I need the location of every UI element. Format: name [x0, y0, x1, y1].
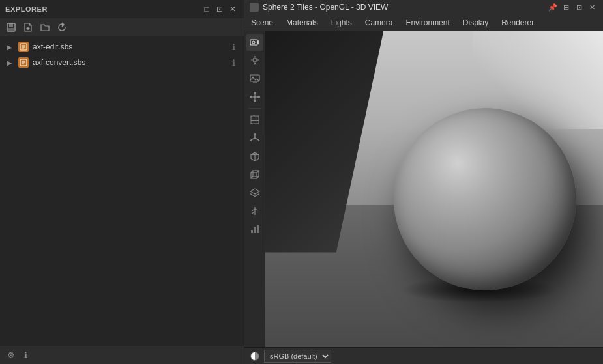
tree-tool-button[interactable]	[246, 203, 263, 219]
explorer-header: EXPLORER □ ⊡ ✕	[0, 0, 244, 18]
toolbar-separator	[248, 108, 261, 109]
menu-scene[interactable]: Scene	[244, 14, 280, 31]
svg-rect-33	[251, 116, 259, 124]
refresh-icon[interactable]	[55, 21, 69, 34]
explorer-header-left: EXPLORER	[5, 5, 48, 13]
svg-point-15	[252, 41, 255, 44]
file-name: axf-convert.sbs	[33, 58, 224, 67]
svg-marker-41	[254, 133, 256, 135]
menu-materials[interactable]: Materials	[280, 14, 325, 31]
viewport-app-icon	[250, 3, 259, 12]
sphere-object	[394, 108, 576, 290]
transform-tool-button[interactable]	[246, 130, 263, 147]
close-button[interactable]: ✕	[586, 1, 598, 13]
maximize-button[interactable]: ⊡	[214, 3, 226, 15]
menu-display[interactable]: Display	[456, 14, 495, 31]
file-type-icon	[18, 42, 29, 52]
viewport-title-left: Sphere 2 Tiles - OpenGL - 3D VIEW	[250, 3, 388, 12]
settings-icon[interactable]: ⚙	[5, 350, 17, 361]
file-item[interactable]: ▶ axf-convert.sbs ℹ	[0, 55, 244, 70]
svg-rect-1	[9, 23, 13, 27]
menu-camera[interactable]: Camera	[359, 14, 400, 31]
viewport-body	[244, 31, 603, 347]
menu-renderer[interactable]: Renderer	[495, 14, 540, 31]
save-icon[interactable]	[4, 21, 18, 34]
new-file-icon[interactable]	[21, 21, 35, 34]
expand-arrow[interactable]: ▶	[5, 58, 14, 67]
file-info-button[interactable]: ℹ	[228, 57, 239, 68]
svg-line-56	[252, 212, 255, 214]
open-folder-icon[interactable]	[38, 21, 52, 34]
explorer-panel: EXPLORER □ ⊡ ✕	[0, 0, 244, 364]
explorer-title: EXPLORER	[5, 5, 48, 13]
svg-line-57	[255, 209, 258, 210]
maximize-button[interactable]: ⊡	[573, 1, 585, 13]
light-tool-button[interactable]	[246, 52, 263, 69]
camera-tool-button[interactable]	[246, 34, 263, 51]
svg-rect-59	[254, 227, 256, 233]
footer-buttons: ⚙ ℹ	[5, 350, 31, 361]
layers-tool-button[interactable]	[246, 184, 263, 201]
object-tool-button[interactable]	[246, 89, 263, 105]
viewport-titlebar: Sphere 2 Tiles - OpenGL - 3D VIEW 📌 ⊞ ⊡ …	[244, 0, 603, 14]
svg-point-16	[253, 58, 257, 62]
svg-line-22	[255, 63, 256, 65]
viewport-title: Sphere 2 Tiles - OpenGL - 3D VIEW	[263, 3, 388, 12]
menu-lights[interactable]: Lights	[325, 14, 359, 31]
svg-rect-13	[250, 40, 257, 45]
expand-arrow[interactable]: ▶	[5, 42, 14, 51]
image-tool-button[interactable]	[246, 70, 263, 87]
color-space-half-circle	[250, 352, 259, 361]
chart-tool-button[interactable]	[246, 221, 263, 238]
explorer-header-controls: □ ⊡ ✕	[201, 3, 239, 15]
viewport-toolbar	[244, 31, 265, 347]
viewport-panel: Sphere 2 Tiles - OpenGL - 3D VIEW 📌 ⊞ ⊡ …	[244, 0, 603, 364]
svg-rect-60	[257, 225, 259, 233]
scene-render	[265, 31, 603, 347]
cube-wire-tool-button[interactable]	[246, 166, 263, 183]
file-item[interactable]: ▶ axf-edit.sbs ℹ	[0, 39, 244, 55]
file-name: axf-edit.sbs	[33, 42, 224, 51]
menu-bar: Scene Materials Lights Camera Environmen…	[244, 14, 603, 31]
file-info-button[interactable]: ℹ	[228, 42, 239, 52]
canvas-area[interactable]	[265, 31, 603, 347]
tile-button[interactable]: ⊞	[560, 1, 572, 13]
svg-line-55	[252, 209, 255, 211]
app-container: EXPLORER □ ⊡ ✕	[0, 0, 603, 364]
color-space-select[interactable]: sRGB (default) Linear ACEScg	[264, 350, 331, 363]
file-type-icon	[18, 57, 29, 68]
svg-marker-53	[250, 189, 259, 194]
menu-environment[interactable]: Environment	[399, 14, 456, 31]
svg-rect-58	[251, 230, 253, 233]
viewport-window-controls: 📌 ⊞ ⊡ ✕	[547, 1, 598, 13]
status-bar: sRGB (default) Linear ACEScg	[244, 347, 603, 364]
info-icon[interactable]: ℹ	[20, 350, 31, 361]
pin-button[interactable]: 📌	[547, 1, 559, 13]
color-space-icon	[250, 351, 260, 361]
file-list: ▶ axf-edit.sbs ℹ ▶	[0, 36, 244, 346]
close-button[interactable]: ✕	[227, 3, 239, 15]
explorer-toolbar	[0, 18, 244, 36]
pin-button[interactable]: □	[201, 3, 213, 15]
cube-tool-button[interactable]	[246, 148, 263, 165]
grid-tool-button[interactable]	[246, 111, 263, 128]
explorer-footer: ⚙ ℹ	[0, 346, 244, 364]
svg-rect-2	[8, 28, 14, 31]
svg-line-40	[251, 138, 255, 140]
